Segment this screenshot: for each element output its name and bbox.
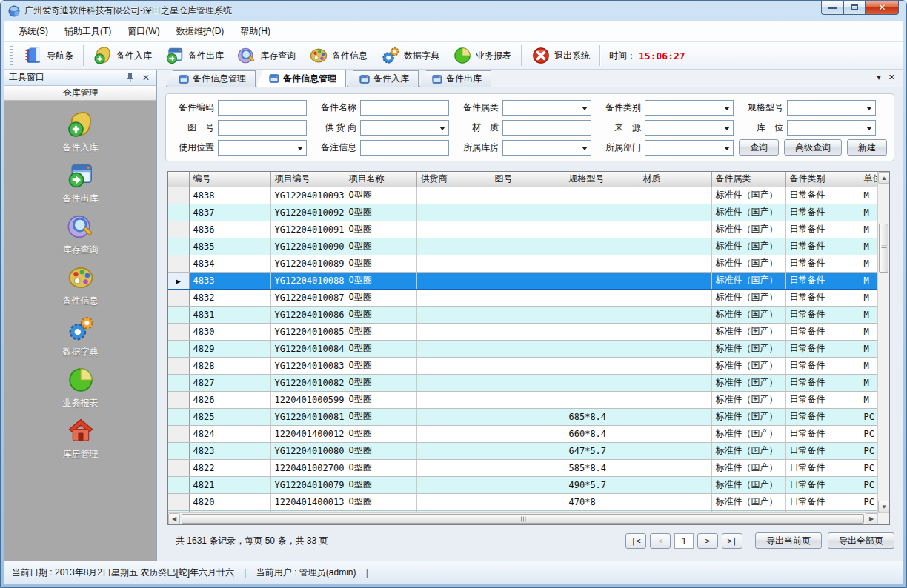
table-row[interactable]: 4834YG12204010089O型圈标准件（国产）日常备件M <box>168 255 889 272</box>
prev-page-button[interactable]: < <box>650 533 671 549</box>
row-selector[interactable] <box>168 408 189 425</box>
table-row[interactable]: 4832YG12204010087O型圈标准件（国产）日常备件M <box>168 289 889 306</box>
toolbar-inventory-query-button[interactable]: 库存查询 <box>230 44 302 67</box>
toolbar-data-dict-button[interactable]: 数据字典 <box>374 44 446 67</box>
scroll-up-icon[interactable]: ▲ <box>878 172 890 184</box>
row-selector[interactable] <box>168 442 189 459</box>
menu-item-data-maintenance[interactable]: 数据维护(D) <box>168 21 233 41</box>
pin-icon[interactable] <box>124 72 136 84</box>
sidebar-item-inventory-query[interactable]: 库存查询 <box>36 213 125 256</box>
menu-item-aux-tools[interactable]: 辅助工具(T) <box>56 21 119 41</box>
close-button[interactable]: ✕ <box>866 1 899 15</box>
menu-item-help[interactable]: 帮助(H) <box>232 21 279 41</box>
vertical-scroll-thumb[interactable] <box>879 224 888 273</box>
scroll-left-icon[interactable]: ◀ <box>168 513 180 525</box>
first-page-button[interactable]: |< <box>625 533 646 549</box>
column-header-project_no[interactable]: 项目编号 <box>270 172 345 187</box>
part-name-input[interactable] <box>360 100 449 116</box>
table-row[interactable]: 48201220401400013O型圈470*8标准件（国产）日常备件PC <box>168 493 889 510</box>
column-header-category[interactable]: 备件属类 <box>711 172 785 187</box>
toolbar-nav-bar-button[interactable]: 导航条 <box>17 44 80 67</box>
table-row[interactable]: ▶4833YG12204010088O型圈标准件（国产）日常备件M <box>168 272 889 289</box>
column-header-supplier[interactable]: 供货商 <box>416 172 491 187</box>
toolbar-exit-system-button[interactable]: 退出系统 <box>525 44 597 67</box>
row-selector[interactable] <box>168 374 189 391</box>
export-all-pages-button[interactable]: 导出全部页 <box>828 532 894 549</box>
export-current-page-button[interactable]: 导出当前页 <box>755 532 822 549</box>
table-row[interactable]: 4836YG12204010091O型圈标准件（国产）日常备件M <box>168 221 889 238</box>
row-selector[interactable] <box>168 459 189 476</box>
row-selector[interactable] <box>168 323 189 340</box>
row-selector[interactable] <box>168 391 189 408</box>
row-selector[interactable] <box>168 289 189 306</box>
part-category-select[interactable] <box>645 100 734 116</box>
column-header-type[interactable]: 备件类别 <box>785 172 860 187</box>
row-selector[interactable] <box>168 187 189 204</box>
row-selector[interactable] <box>168 476 189 493</box>
horizontal-scrollbar[interactable]: ◀ ▶ <box>168 512 877 524</box>
table-row[interactable]: 4827YG12204010082O型圈标准件（国产）日常备件M <box>168 374 889 391</box>
column-header-project_name[interactable]: 项目名称 <box>345 172 416 187</box>
sidebar-item-parts-in[interactable]: 备件入库 <box>36 110 125 154</box>
drawing-no-input[interactable] <box>218 120 307 136</box>
table-row[interactable]: 48261220401000599O型圈标准件（国产）日常备件M <box>168 391 889 408</box>
row-selector[interactable] <box>168 204 189 221</box>
minimize-button[interactable] <box>821 1 843 15</box>
scroll-down-icon[interactable]: ▼ <box>878 501 890 512</box>
sidebar-item-warehouse-mgmt[interactable]: 库房管理 <box>36 417 125 461</box>
sidebar-close-icon[interactable]: ✕ <box>140 72 152 84</box>
warehouse-select[interactable] <box>502 140 591 156</box>
table-row[interactable]: 48241220401400012O型圈660*8.4标准件（国产）日常备件PC <box>168 425 889 442</box>
advanced-query-button[interactable]: 高级查询 <box>784 139 842 156</box>
table-row[interactable]: 4835YG12204010090O型圈标准件（国产）日常备件M <box>168 238 889 255</box>
tab-list-dropdown-icon[interactable]: ▾ <box>877 73 881 82</box>
table-row[interactable]: 4830YG12204010085O型圈标准件（国产）日常备件M <box>168 323 889 340</box>
row-selector[interactable] <box>168 340 189 357</box>
next-page-button[interactable]: > <box>697 533 718 549</box>
table-row[interactable]: 4831YG12204010086O型圈标准件（国产）日常备件M <box>168 306 889 323</box>
page-number-input[interactable]: 1 <box>674 533 694 549</box>
menu-item-system[interactable]: 系统(S) <box>10 21 56 41</box>
row-selector[interactable] <box>168 221 189 238</box>
sidebar-item-business-report[interactable]: 业务报表 <box>36 366 125 410</box>
vertical-scrollbar[interactable]: ▲ ▼ <box>877 172 889 512</box>
table-row[interactable]: 4823YG12204010080O型圈647*5.7标准件（国产）日常备件PC <box>168 442 889 459</box>
horizontal-scroll-thumb[interactable] <box>182 514 864 524</box>
query-button[interactable]: 查询 <box>739 139 779 156</box>
row-selector[interactable]: ▶ <box>168 272 189 289</box>
toolbar-grip-handle[interactable] <box>10 46 13 65</box>
tab-parts-in[interactable]: 备件入库 <box>347 70 419 87</box>
table-row[interactable]: 48221220401002700O型圈585*8.4标准件（国产）日常备件PC <box>168 459 889 476</box>
source-select[interactable] <box>645 120 734 136</box>
table-row[interactable]: 4838YG12204010093O型圈标准件（国产）日常备件M <box>168 187 889 204</box>
tab-parts-out[interactable]: 备件出库 <box>419 70 491 87</box>
toolbar-parts-in-button[interactable]: 备件入库 <box>87 44 159 67</box>
part-class-select[interactable] <box>502 100 591 116</box>
title-bar[interactable]: 广州爱奇迪软件科技有限公司-深田之星仓库管理系统 <box>1 1 906 21</box>
column-header-material[interactable]: 材质 <box>639 172 711 187</box>
row-selector[interactable] <box>168 238 189 255</box>
tab-parts-info-mgmt-2[interactable]: 备件信息管理 <box>256 70 346 87</box>
supplier-select[interactable] <box>360 120 449 136</box>
row-selector[interactable] <box>168 357 189 374</box>
toolbar-business-report-button[interactable]: 业务报表 <box>446 44 518 67</box>
column-header-no[interactable]: 编号 <box>189 172 270 187</box>
department-select[interactable] <box>645 140 734 156</box>
remark-input[interactable] <box>360 140 449 156</box>
table-row[interactable]: 4825YG12204010081O型圈685*8.4标准件（国产）日常备件PC <box>168 408 889 425</box>
column-header-drawing_no[interactable]: 图号 <box>491 172 565 187</box>
last-page-button[interactable]: >| <box>722 533 742 549</box>
tab-parts-info-mgmt-1[interactable]: 备件信息管理 <box>166 70 256 87</box>
scroll-right-icon[interactable]: ▶ <box>866 513 877 525</box>
table-row[interactable]: 4837YG12204010092O型圈标准件（国产）日常备件M <box>168 204 889 221</box>
column-header-spec[interactable]: 规格型号 <box>565 172 639 187</box>
row-selector[interactable] <box>168 493 189 510</box>
toolbar-parts-out-button[interactable]: 备件出库 <box>159 44 230 67</box>
sidebar-item-parts-out[interactable]: 备件出库 <box>36 161 125 205</box>
tab-close-icon[interactable]: ✕ <box>888 73 895 82</box>
location-select[interactable] <box>787 120 876 136</box>
spec-model-select[interactable] <box>787 100 876 116</box>
part-code-input[interactable] <box>218 100 307 116</box>
table-row[interactable]: 4821YG12204010079O型圈490*5.7标准件（国产）日常备件PC <box>168 476 889 493</box>
table-row[interactable]: 4828YG12204010083O型圈标准件（国产）日常备件M <box>168 357 889 374</box>
